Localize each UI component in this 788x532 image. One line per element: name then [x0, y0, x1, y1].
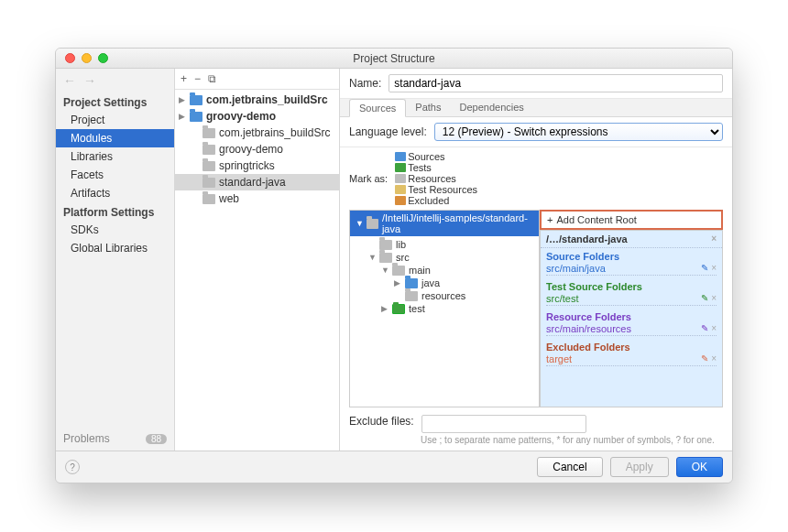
tree-node[interactable]: ▶test: [350, 302, 539, 315]
copy-button[interactable]: ⧉: [208, 72, 216, 85]
module-list-panel: + − ⧉ ▶com.jetbrains_buildSrc▶groovy-dem…: [175, 69, 340, 451]
cancel-button[interactable]: Cancel: [537, 457, 602, 477]
folder-icon: [395, 152, 406, 161]
remove-icon[interactable]: ×: [711, 293, 717, 303]
module-icon: [202, 145, 215, 155]
apply-button[interactable]: Apply: [610, 457, 669, 477]
help-icon[interactable]: ?: [65, 460, 80, 474]
mark-test-resources[interactable]: Test Resources: [395, 184, 477, 195]
add-content-root-button[interactable]: + Add Content Root: [540, 210, 723, 230]
window-title: Project Structure: [56, 52, 732, 65]
content-root-path[interactable]: ▼ /IntelliJ/intellij-samples/standard-ja…: [350, 211, 539, 236]
sidebar-item-libraries[interactable]: Libraries: [56, 147, 174, 166]
ok-button[interactable]: OK: [676, 457, 723, 477]
add-button[interactable]: +: [181, 72, 187, 85]
module-item[interactable]: groovy-demo: [175, 141, 339, 157]
tab-sources[interactable]: Sources: [349, 99, 406, 117]
folder-icon: [395, 185, 406, 194]
module-item[interactable]: springtricks: [175, 157, 339, 174]
remove-icon[interactable]: ×: [711, 263, 717, 273]
root-group: Excluded Folderstarget✎ ×: [541, 339, 722, 369]
module-item[interactable]: ▶com.jetbrains_buildSrc: [175, 92, 339, 108]
sidebar-item-modules[interactable]: Modules: [56, 129, 174, 147]
mark-as-label: Mark as:: [349, 173, 388, 184]
edit-icon[interactable]: ✎: [701, 263, 708, 273]
root-folder-item[interactable]: src/test✎ ×: [546, 292, 717, 306]
remove-icon[interactable]: ×: [711, 323, 717, 333]
edit-icon[interactable]: ✎: [701, 323, 708, 333]
module-icon: [202, 178, 215, 188]
titlebar: Project Structure: [56, 49, 732, 69]
module-tabs: SourcesPathsDependencies: [340, 99, 732, 117]
edit-icon[interactable]: ✎: [701, 353, 708, 364]
sidebar-item-problems[interactable]: Problems 88: [56, 427, 174, 451]
folder-icon: [379, 253, 392, 263]
tree-node[interactable]: resources: [350, 289, 539, 302]
module-icon: [202, 128, 215, 138]
folder-icon: [395, 174, 406, 183]
language-level-label: Language level:: [349, 125, 427, 138]
root-group: Test Source Folderssrc/test✎ ×: [541, 278, 722, 309]
root-folder-item[interactable]: target✎ ×: [546, 353, 717, 366]
language-level-select[interactable]: 12 (Preview) - Switch expressions: [434, 123, 723, 141]
project-structure-dialog: Project Structure ← → Project SettingsPr…: [55, 48, 733, 483]
plus-icon: +: [547, 214, 553, 225]
tree-node[interactable]: ▶java: [350, 277, 539, 289]
module-icon: [202, 194, 215, 204]
remove-button[interactable]: −: [194, 72, 201, 85]
source-tree: ▼ /IntelliJ/intellij-samples/standard-ja…: [349, 210, 540, 407]
problems-count-badge: 88: [146, 434, 167, 444]
tree-node[interactable]: lib: [350, 238, 539, 251]
nav-back-icon[interactable]: ←: [63, 73, 76, 88]
exclude-files-label: Exclude files:: [349, 415, 414, 428]
folder-icon: [392, 304, 405, 314]
content-roots-panel: /…/standard-java × Source Folderssrc/mai…: [540, 230, 723, 407]
root-group: Resource Folderssrc/main/resources✎ ×: [541, 309, 722, 339]
sidebar-item-sdks[interactable]: SDKs: [56, 221, 174, 239]
root-folder-item[interactable]: src/main/java✎ ×: [546, 262, 717, 276]
root-group: Source Folderssrc/main/java✎ ×: [541, 248, 722, 278]
mark-sources[interactable]: Sources: [395, 151, 477, 162]
remove-icon[interactable]: ×: [711, 353, 717, 364]
module-item[interactable]: ▶groovy-demo: [175, 108, 339, 125]
folder-icon: [405, 278, 418, 288]
module-item[interactable]: web: [175, 190, 339, 207]
module-properties-panel: Name: SourcesPathsDependencies Language …: [340, 69, 732, 451]
module-icon: [202, 161, 215, 171]
module-icon: [190, 112, 202, 122]
sidebar-section-header: Platform Settings: [56, 202, 174, 221]
folder-icon: [379, 240, 392, 250]
settings-sidebar: ← → Project SettingsProjectModulesLibrar…: [56, 69, 175, 451]
sidebar-item-facets[interactable]: Facets: [56, 166, 174, 184]
module-item[interactable]: standard-java: [175, 174, 339, 190]
mark-tests[interactable]: Tests: [395, 162, 477, 173]
mark-resources[interactable]: Resources: [395, 173, 477, 184]
tab-dependencies[interactable]: Dependencies: [451, 99, 533, 116]
mark-excluded[interactable]: Excluded: [395, 195, 477, 206]
dialog-footer: ? Cancel Apply OK: [56, 451, 732, 483]
name-label: Name:: [349, 77, 381, 90]
nav-forward-icon[interactable]: →: [83, 73, 96, 88]
module-name-input[interactable]: [389, 74, 723, 92]
remove-root-icon[interactable]: ×: [711, 233, 717, 244]
folder-icon: [405, 291, 418, 301]
module-icon: [190, 95, 202, 105]
content-root-header-path: /…/standard-java: [546, 233, 628, 244]
exclude-hint: Use ; to separate name patterns, * for a…: [340, 435, 732, 451]
module-item[interactable]: com.jetbrains_buildSrc: [175, 125, 339, 141]
folder-icon: [367, 219, 378, 229]
tree-node[interactable]: ▼src: [350, 251, 539, 264]
edit-icon[interactable]: ✎: [701, 293, 708, 303]
tab-paths[interactable]: Paths: [406, 99, 450, 116]
root-folder-item[interactable]: src/main/resources✎ ×: [546, 322, 717, 336]
sidebar-item-project[interactable]: Project: [56, 111, 174, 129]
folder-icon: [392, 266, 405, 276]
exclude-files-input[interactable]: [421, 415, 586, 433]
folder-icon: [395, 163, 406, 172]
sidebar-section-header: Project Settings: [56, 92, 174, 111]
sidebar-item-global-libraries[interactable]: Global Libraries: [56, 239, 174, 257]
sidebar-item-artifacts[interactable]: Artifacts: [56, 184, 174, 202]
folder-icon: [395, 196, 406, 205]
tree-node[interactable]: ▼main: [350, 264, 539, 277]
